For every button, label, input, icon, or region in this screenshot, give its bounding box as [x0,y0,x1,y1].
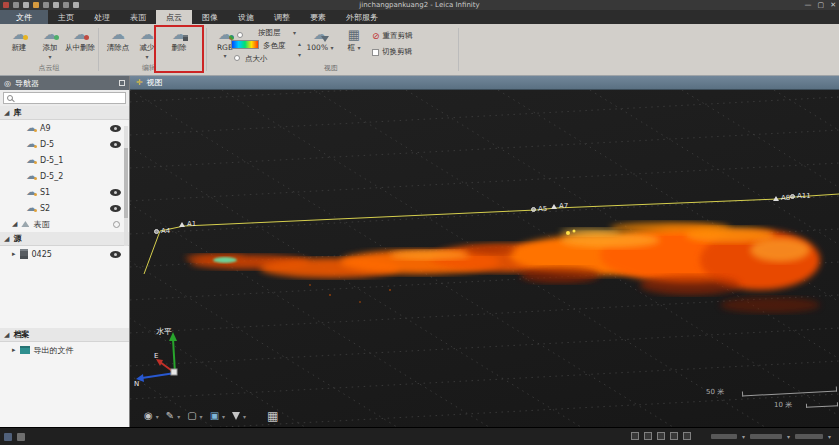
tree-item-pointcloud[interactable]: ☁ S2 [0,200,129,216]
tree-item-pointcloud[interactable]: ☁ S1 [0,184,129,200]
edit-tool-button[interactable]: ✎▾ [166,410,180,422]
visibility-eye-icon[interactable] [110,141,121,148]
tab-file[interactable]: 文件 [0,10,48,24]
tab-processing[interactable]: 处理 [84,10,120,24]
group-separator [458,28,459,71]
expander-icon[interactable]: ◢ [4,331,9,339]
expander-icon[interactable]: ◢ [4,109,9,117]
visibility-eye-icon[interactable] [110,189,121,196]
status-icon[interactable] [670,432,678,440]
tree-item-source-file[interactable]: ▸ 0425 [0,246,129,262]
tree-section-library[interactable]: ◢ 库 [0,106,129,120]
survey-point-marker[interactable]: A7 [551,202,568,210]
tab-home[interactable]: 主页 [48,10,84,24]
survey-point-marker[interactable]: A11 [790,192,811,200]
expander-icon[interactable]: ◢ [12,220,17,228]
navigator-scrollbar[interactable] [124,126,128,246]
close-button[interactable]: ✕ [830,1,836,9]
group-label-view: 视图 [206,63,456,73]
navigator-panel: ◎ 导航器 ◢ 库 ☁ A9 ☁ D-5 [0,76,130,427]
search-icon [7,95,13,101]
chevron-down-icon[interactable]: ▾ [828,433,831,440]
tree-item-pointcloud[interactable]: ☁ D-5 [0,136,129,152]
tree-item-pointcloud[interactable]: ☁ A9 [0,120,129,136]
minimize-button[interactable]: — [805,1,812,9]
tab-surfaces[interactable]: 表面 [120,10,156,24]
multicolor-option[interactable]: 多色度 [263,41,286,51]
maximize-button[interactable]: ▢ [818,1,825,9]
cloud-reduce-icon: ☁ [140,27,154,42]
box-icon: ▢ [187,410,196,422]
view-axis-icon: ✛ [136,78,143,87]
status-readout [750,434,782,439]
chevron-down-icon[interactable]: ▾ [787,433,790,440]
grid-toggle-button[interactable]: ▦ [267,410,278,422]
viewport-toolbar: ◉▾ ✎▾ ▢▾ ▣▾ ▾ ▦ [144,410,278,422]
tree-section-archive[interactable]: ◢ 档案 [0,328,129,342]
tree-section-source[interactable]: ◢ 源 [0,232,129,246]
by-layer-dropdown[interactable]: 按图层 [258,28,281,38]
survey-point-marker[interactable]: A5 [531,205,547,213]
chevron-down-icon: ▾ [223,53,226,58]
status-icon[interactable] [683,432,691,440]
box-select-tool-button[interactable]: ▢▾ [187,410,202,422]
chevron-down-icon: ▾ [243,413,246,420]
tab-external-services[interactable]: 外部服务 [336,10,388,24]
cloud-rgb-icon: ☁ [218,27,232,42]
viewport-tab[interactable]: ✛ 视图 [130,76,839,90]
tab-imagery[interactable]: 图像 [192,10,228,24]
visibility-eye-icon[interactable] [110,251,121,258]
colorize-radio[interactable] [237,32,243,38]
chevron-down-icon[interactable]: ▾ [742,433,745,440]
tree-item-exported-files[interactable]: ▸ 导出的文件 [0,342,129,358]
filter-tool-button[interactable]: ▾ [232,412,246,420]
expander-icon[interactable]: ▸ [12,250,16,258]
scalebar-label: 50 米 [706,387,724,397]
status-readout [711,434,737,439]
tree-item-pointcloud[interactable]: ☁ D-5_1 [0,152,129,168]
tab-point-cloud[interactable]: 点云 [156,10,192,24]
chevron-down-icon: ▾ [145,54,148,59]
point-cloud-render [185,222,820,313]
survey-point-marker[interactable]: A1 [179,220,196,228]
chevron-down-icon[interactable]: ▾ [293,30,296,35]
visibility-eye-icon[interactable] [110,125,121,132]
title-bar: jinchangpankuang2 - Leica Infinity — ▢ ✕ [0,0,839,10]
status-icon[interactable] [631,432,639,440]
survey-point-marker[interactable]: A8 [773,194,790,202]
point-circle-icon [790,194,795,199]
box-icon: ▦ [348,27,360,42]
chevron-down-icon: ▾ [177,413,180,420]
orbit-tool-button[interactable]: ◉▾ [144,410,159,422]
search-input[interactable] [3,92,126,104]
pointcloud-icon: ☁ [26,155,36,165]
expander-icon[interactable]: ▸ [12,346,16,354]
survey-point-marker[interactable]: A4 [154,227,170,235]
delete-highlight-annotation [154,25,204,73]
expander-icon[interactable]: ◢ [4,235,9,243]
status-icon[interactable] [644,432,652,440]
dock-icon[interactable] [119,80,125,86]
spinner-down-icon[interactable]: ▾ [298,52,301,58]
viewport-canvas[interactable]: A4 A1 A5 A7 A8 A11 水平 E N 50 米 10 米 [130,90,839,427]
chevron-down-icon: ▾ [200,413,203,420]
pencil-icon: ✎ [166,410,174,422]
axis-up-label: 水平 [156,326,172,337]
spinner-up-icon[interactable]: ▴ [298,41,301,47]
tree-section-surfaces[interactable]: ◢ 表面 [0,216,129,232]
toggle-clip-checkbox[interactable]: 切换剪辑 [372,47,412,57]
cube-view-tool-button[interactable]: ▣▾ [210,410,225,422]
taskbar-icon[interactable] [17,433,25,441]
tab-adjustments[interactable]: 调整 [264,10,300,24]
tree-item-pointcloud[interactable]: ☁ D-5_2 [0,168,129,184]
point-size-radio[interactable] [234,55,240,61]
loading-circle-icon [113,221,120,228]
point-triangle-icon [773,196,779,201]
tab-infrastructure[interactable]: 设施 [228,10,264,24]
visibility-eye-icon[interactable] [110,205,121,212]
taskbar-icon[interactable] [4,433,12,441]
tab-features[interactable]: 要素 [300,10,336,24]
status-icon[interactable] [657,432,665,440]
reset-clip-button[interactable]: ⊘ 重置剪辑 [372,31,413,41]
point-triangle-icon [179,222,185,227]
